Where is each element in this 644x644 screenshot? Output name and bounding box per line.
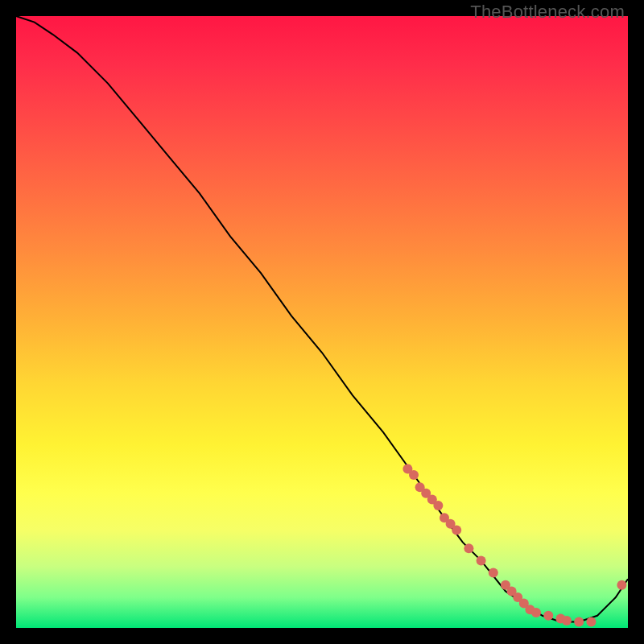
scatter-dot <box>409 470 419 480</box>
scatter-dot <box>574 617 584 626</box>
scatter-dot <box>531 608 541 617</box>
chart-overlay <box>16 16 628 628</box>
scatter-dot <box>477 555 486 565</box>
chart-frame: TheBottleneck.com <box>0 0 644 644</box>
watermark-text: TheBottleneck.com <box>470 2 625 23</box>
scatter-dot <box>464 543 473 553</box>
scatter-group <box>402 464 626 626</box>
scatter-dot <box>586 617 596 626</box>
scatter-dot <box>543 611 553 621</box>
scatter-dot <box>562 616 572 625</box>
scatter-dot <box>433 501 443 510</box>
scatter-dot <box>489 568 498 578</box>
scatter-dot <box>452 525 461 535</box>
scatter-dot <box>617 580 626 590</box>
bottleneck-curve <box>16 16 628 621</box>
